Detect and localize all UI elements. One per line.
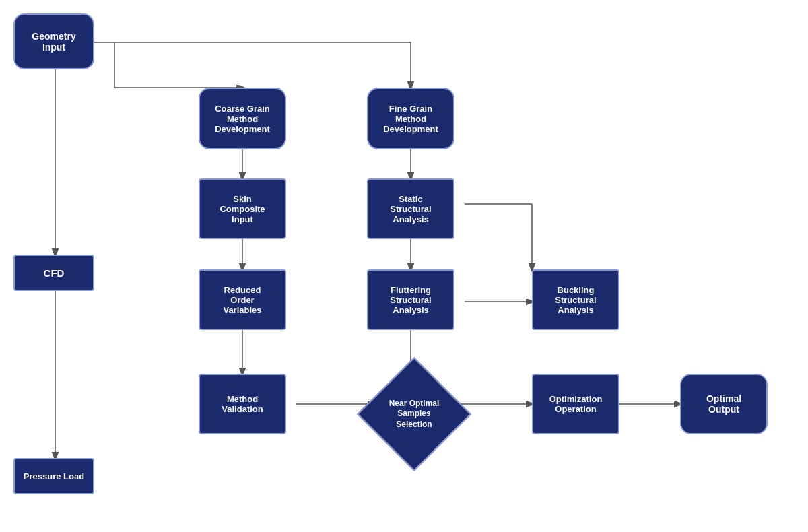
flowchart: Geometry Input CFD Pressure Load Coarse … bbox=[0, 0, 808, 532]
pressure-load-node: Pressure Load bbox=[13, 458, 94, 494]
fine-grain-node: Fine Grain Method Development bbox=[367, 88, 454, 149]
static-structural-node: Static Structural Analysis bbox=[367, 178, 454, 239]
buckling-node: Buckling Structural Analysis bbox=[532, 269, 619, 330]
near-optimal-node: Near Optimal Samples Selection bbox=[364, 364, 465, 465]
geometry-input-node: Geometry Input bbox=[13, 13, 94, 69]
optimization-node: Optimization Operation bbox=[532, 374, 619, 434]
optimal-output-node: Optimal Output bbox=[680, 374, 768, 434]
skin-composite-node: Skin Composite Input bbox=[199, 178, 286, 239]
coarse-grain-node: Coarse Grain Method Development bbox=[199, 88, 286, 149]
fluttering-node: Fluttering Structural Analysis bbox=[367, 269, 454, 330]
reduced-order-node: Reduced Order Variables bbox=[199, 269, 286, 330]
cfd-node: CFD bbox=[13, 255, 94, 291]
method-validation-node: Method Validation bbox=[199, 374, 286, 434]
